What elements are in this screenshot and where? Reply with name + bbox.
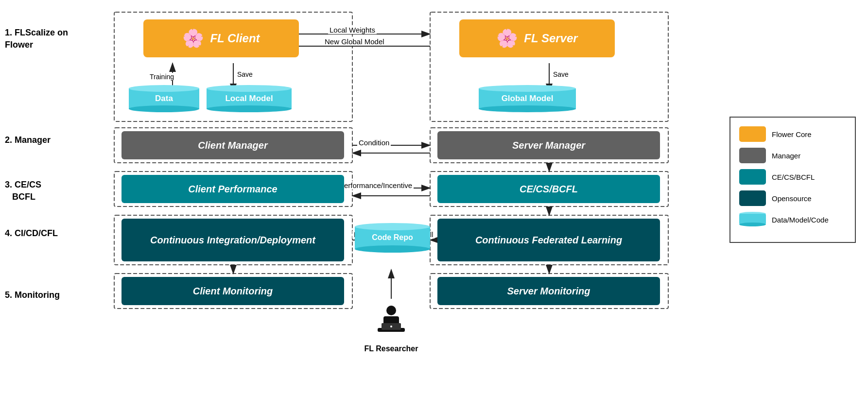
label-training: Training bbox=[148, 73, 175, 81]
legend-cylinder-data bbox=[739, 212, 766, 227]
label-1: 1. FLScalize on Flower bbox=[5, 27, 87, 51]
client-performance-label: Client Performance bbox=[188, 184, 277, 195]
ci-cd-label: Continuous Integration/Deployment bbox=[150, 233, 315, 247]
left-labels: 1. FLScalize on Flower 2. Manager 3. CE/… bbox=[5, 0, 87, 412]
legend-label-opensource: Opensource bbox=[772, 194, 812, 203]
local-model-label: Local Model bbox=[225, 94, 273, 103]
researcher: FL Researcher bbox=[357, 303, 425, 353]
ci-cd-box: Continuous Integration/Deployment bbox=[122, 219, 344, 261]
global-model-cylinder: Global Model bbox=[479, 83, 576, 114]
label-save-left: Save bbox=[236, 70, 254, 78]
server-monitoring-box: Server Monitoring bbox=[437, 277, 660, 305]
data-label: Data bbox=[155, 94, 173, 103]
researcher-label: FL Researcher bbox=[365, 344, 418, 353]
fl-client-flower-icon: 🌸 bbox=[182, 28, 204, 49]
cfl-box: Continuous Federated Learning bbox=[437, 219, 660, 261]
label-save-right: Save bbox=[552, 70, 570, 78]
legend-color-flower bbox=[739, 126, 766, 142]
legend-label-data: Data/Model/Code bbox=[772, 216, 829, 224]
server-manager-label: Server Manager bbox=[512, 140, 585, 151]
fl-server-box: 🌸 FL Server bbox=[459, 19, 615, 57]
svg-point-29 bbox=[386, 306, 396, 315]
legend-item-bcfl: CE/CS/BCFL bbox=[739, 169, 846, 185]
code-repo-label: Code Repo bbox=[372, 233, 413, 242]
fl-client-box: 🌸 FL Client bbox=[143, 19, 299, 57]
data-cylinder: Data bbox=[129, 83, 199, 114]
legend-item-flower: Flower Core bbox=[739, 126, 846, 142]
label-performance: Performance/Incentive bbox=[338, 181, 414, 189]
label-new-global-model: New Global Model bbox=[323, 37, 386, 46]
fl-client-label: FL Client bbox=[210, 32, 260, 45]
legend-label-bcfl: CE/CS/BCFL bbox=[772, 173, 815, 181]
code-repo-cylinder: Code Repo bbox=[355, 221, 430, 254]
client-monitoring-label: Client Monitoring bbox=[193, 286, 273, 297]
ce-cs-bcfl-box: CE/CS/BCFL bbox=[437, 175, 660, 203]
client-monitoring-box: Client Monitoring bbox=[122, 277, 344, 305]
client-manager-label: Client Manager bbox=[198, 140, 267, 151]
fl-server-label: FL Server bbox=[524, 32, 577, 45]
cfl-label: Continuous Federated Learning bbox=[475, 233, 622, 247]
legend-color-opensource bbox=[739, 190, 766, 206]
legend-item-manager: Manager bbox=[739, 148, 846, 163]
diagram-container: 1. FLScalize on Flower 2. Manager 3. CE/… bbox=[0, 0, 868, 412]
label-2: 2. Manager bbox=[5, 135, 51, 145]
legend-item-opensource: Opensource bbox=[739, 190, 846, 206]
client-performance-box: Client Performance bbox=[122, 175, 344, 203]
svg-point-33 bbox=[390, 326, 392, 327]
label-condition: Condition bbox=[357, 138, 391, 147]
researcher-icon bbox=[372, 303, 411, 342]
label-5: 5. Monitoring bbox=[5, 290, 60, 300]
fl-server-flower-icon: 🌸 bbox=[496, 28, 518, 49]
legend: Flower Core Manager CE/CS/BCFL Opensourc… bbox=[729, 117, 856, 243]
legend-color-bcfl bbox=[739, 169, 766, 185]
server-manager-box: Server Manager bbox=[437, 131, 660, 159]
label-4: 4. CI/CD/CFL bbox=[5, 228, 58, 239]
main-area: Local Weights New Global Model Training … bbox=[90, 7, 761, 406]
label-3: 3. CE/CS BCFL bbox=[5, 179, 41, 203]
ce-cs-bcfl-label: CE/CS/BCFL bbox=[520, 184, 578, 195]
client-manager-box: Client Manager bbox=[122, 131, 344, 159]
label-local-weights: Local Weights bbox=[328, 26, 377, 34]
legend-item-data: Data/Model/Code bbox=[739, 212, 846, 227]
local-model-cylinder: Local Model bbox=[207, 83, 292, 114]
legend-label-manager: Manager bbox=[772, 152, 800, 160]
legend-label-flower: Flower Core bbox=[772, 130, 812, 138]
legend-color-manager bbox=[739, 148, 766, 163]
server-monitoring-label: Server Monitoring bbox=[507, 286, 590, 297]
arrows-svg bbox=[90, 7, 761, 406]
global-model-label: Global Model bbox=[502, 94, 554, 103]
